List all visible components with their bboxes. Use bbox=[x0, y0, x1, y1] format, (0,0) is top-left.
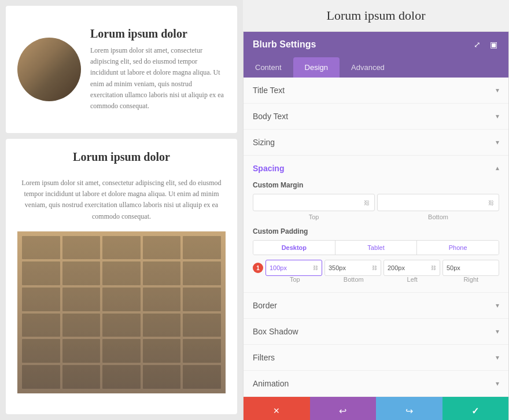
card-1-title: Lorum ipsum dolor bbox=[90, 27, 226, 40]
padding-tab-tablet[interactable]: Tablet bbox=[335, 241, 418, 255]
card-1-text: Lorum ipsum dolor Lorem ipsum dolor sit … bbox=[90, 27, 226, 112]
box-shadow-label: Box Shadow bbox=[253, 327, 298, 336]
padding-left-label: Left bbox=[384, 276, 441, 283]
animation-label: Animation bbox=[253, 379, 289, 388]
padding-bottom-input[interactable]: 350px ⛓ bbox=[324, 260, 381, 276]
padding-tab-phone[interactable]: Phone bbox=[417, 241, 499, 255]
spacing-chevron: ▾ bbox=[496, 164, 499, 173]
filters-section[interactable]: Filters ▾ bbox=[244, 345, 508, 371]
link-icon-1: ⛓ bbox=[364, 200, 370, 206]
link-icon-bottom: ⛓ bbox=[372, 265, 377, 271]
card-1-body: Lorem ipsum dolor sit amet, consectetur … bbox=[90, 45, 226, 112]
blurb-card-1: Lorum ipsum dolor Lorem ipsum dolor sit … bbox=[6, 6, 237, 133]
settings-header: Blurb Settings ⤢ ▣ bbox=[244, 32, 508, 57]
spacing-content: Custom Margin ⛓ ⛓ Top Bottom bbox=[244, 181, 508, 292]
sizing-label: Sizing bbox=[253, 138, 275, 147]
padding-right-label: Right bbox=[443, 276, 500, 283]
filters-label: Filters bbox=[253, 353, 275, 362]
cancel-button[interactable]: ✕ bbox=[244, 397, 310, 420]
card-2-body: Lorem ipsum dolor sit amet, consectetur … bbox=[17, 178, 226, 222]
padding-bottom-value: 350px bbox=[329, 264, 346, 271]
padding-col-labels: Top Bottom Left Right bbox=[253, 276, 499, 283]
custom-margin-label: Custom Margin bbox=[253, 181, 499, 189]
padding-device-tabs: Desktop Tablet Phone bbox=[253, 240, 499, 255]
reset-icon: ↩ bbox=[339, 406, 346, 417]
spacing-header[interactable]: Spacing ▾ bbox=[244, 156, 508, 181]
padding-indicator: 1 bbox=[253, 263, 263, 273]
padding-right-value: 50px bbox=[447, 264, 460, 271]
margin-right-input[interactable]: ⛓ bbox=[377, 194, 499, 211]
spacing-section: Spacing ▾ Custom Margin ⛓ ⛓ bbox=[244, 156, 508, 293]
reset-button[interactable]: ↩ bbox=[310, 397, 377, 420]
left-panel: Lorum ipsum dolor Lorem ipsum dolor sit … bbox=[0, 0, 243, 420]
box-shadow-section[interactable]: Box Shadow ▾ bbox=[244, 319, 508, 345]
spacing-label: Spacing bbox=[253, 164, 284, 173]
cancel-icon: ✕ bbox=[273, 406, 280, 416]
save-button[interactable]: ✓ bbox=[442, 397, 509, 420]
preview-title: Lorum ipsum dolor bbox=[243, 0, 509, 31]
padding-right-input[interactable]: 50px bbox=[442, 260, 499, 276]
blurb-card-2: Lorum ipsum dolor Lorem ipsum dolor sit … bbox=[6, 139, 237, 414]
filters-chevron: ▾ bbox=[496, 353, 499, 362]
card-2-image bbox=[17, 231, 226, 393]
body-text-section[interactable]: Body Text ▾ bbox=[244, 104, 508, 130]
padding-bottom-label: Bottom bbox=[326, 276, 382, 283]
card-1-image bbox=[17, 38, 81, 101]
card-2-title: Lorum ipsum dolor bbox=[73, 150, 170, 164]
sizing-chevron: ▾ bbox=[496, 138, 499, 147]
settings-title: Blurb Settings bbox=[253, 39, 316, 50]
settings-panel: Blurb Settings ⤢ ▣ Content Design Advanc… bbox=[243, 31, 509, 420]
body-text-label: Body Text bbox=[253, 112, 288, 121]
padding-top-value: 100px bbox=[270, 264, 287, 271]
padding-top-label: Top bbox=[267, 276, 323, 283]
animation-section[interactable]: Animation ▾ bbox=[244, 371, 508, 397]
panel-icon[interactable]: ▣ bbox=[488, 39, 499, 50]
margin-col-labels: Top Bottom bbox=[253, 213, 499, 220]
padding-four-inputs: 100px ⛓ 350px ⛓ 200px ⛓ bbox=[265, 260, 499, 276]
link-icon-top: ⛓ bbox=[313, 265, 318, 271]
save-icon: ✓ bbox=[471, 406, 479, 417]
border-chevron: ▾ bbox=[496, 301, 499, 310]
tab-advanced[interactable]: Advanced bbox=[340, 57, 396, 78]
tabs-bar: Content Design Advanced bbox=[244, 57, 508, 78]
padding-inputs-container: 1 100px ⛓ 350px ⛓ 200px bbox=[253, 260, 499, 276]
redo-button[interactable]: ↪ bbox=[376, 397, 442, 420]
box-shadow-chevron: ▾ bbox=[496, 327, 499, 336]
tab-design[interactable]: Design bbox=[293, 57, 340, 78]
title-text-label: Title Text bbox=[253, 86, 285, 95]
animation-chevron: ▾ bbox=[496, 380, 499, 388]
tab-content[interactable]: Content bbox=[244, 57, 293, 78]
padding-tab-desktop[interactable]: Desktop bbox=[253, 241, 335, 255]
fullscreen-icon[interactable]: ⤢ bbox=[471, 39, 483, 50]
redo-icon: ↪ bbox=[405, 406, 413, 417]
sizing-section[interactable]: Sizing ▾ bbox=[244, 130, 508, 156]
margin-top-col-label: Top bbox=[253, 213, 375, 220]
footer-buttons: ✕ ↩ ↪ ✓ bbox=[244, 397, 508, 420]
header-icons: ⤢ ▣ bbox=[471, 39, 499, 50]
padding-left-value: 200px bbox=[388, 264, 405, 271]
body-text-chevron: ▾ bbox=[496, 112, 499, 121]
border-label: Border bbox=[253, 301, 277, 310]
margin-top-input[interactable]: ⛓ bbox=[253, 194, 375, 211]
padding-top-input[interactable]: 100px ⛓ bbox=[265, 260, 322, 276]
link-icon-2: ⛓ bbox=[488, 200, 494, 206]
title-text-chevron: ▾ bbox=[496, 86, 499, 95]
custom-padding-label: Custom Padding bbox=[253, 227, 499, 235]
link-icon-left: ⛓ bbox=[431, 265, 436, 271]
right-panel: Lorum ipsum dolor Blurb Settings ⤢ ▣ Con… bbox=[243, 0, 509, 420]
margin-bottom-col-label: Bottom bbox=[377, 213, 499, 220]
margin-inputs: ⛓ ⛓ bbox=[253, 194, 499, 211]
padding-left-input[interactable]: 200px ⛓ bbox=[383, 260, 440, 276]
settings-content[interactable]: Title Text ▾ Body Text ▾ Sizing ▾ Spacin… bbox=[244, 78, 508, 397]
title-text-section[interactable]: Title Text ▾ bbox=[244, 78, 508, 104]
border-section[interactable]: Border ▾ bbox=[244, 293, 508, 319]
